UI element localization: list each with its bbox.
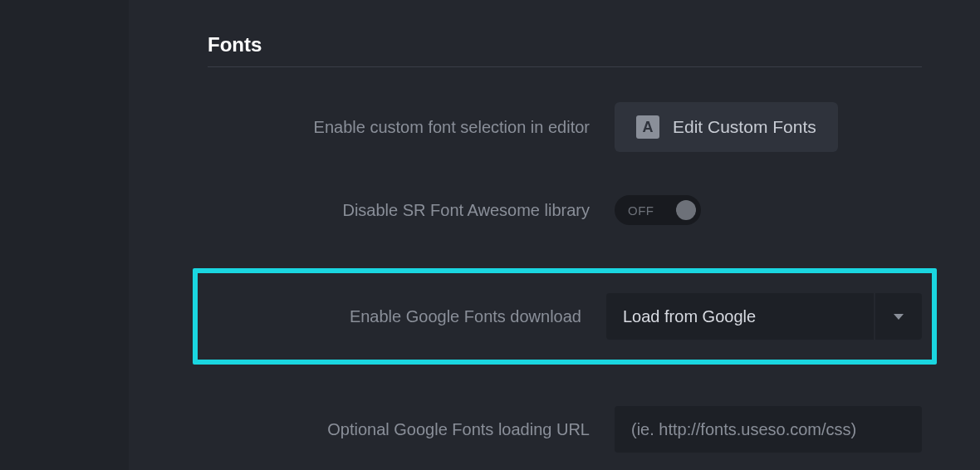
toggle-knob-icon: [676, 200, 696, 220]
custom-font-label: Enable custom font selection in editor: [208, 118, 615, 137]
google-fonts-label: Enable Google Fonts download: [198, 307, 606, 326]
disable-fa-toggle[interactable]: OFF: [615, 195, 701, 225]
edit-custom-fonts-button[interactable]: A Edit Custom Fonts: [615, 102, 838, 152]
loading-url-control: [615, 406, 922, 453]
loading-url-input[interactable]: [615, 406, 922, 453]
fonts-settings-panel: Fonts Enable custom font selection in ed…: [129, 0, 980, 470]
toggle-state-label: OFF: [620, 203, 654, 218]
row-google-fonts-highlighted: Enable Google Fonts download Load from G…: [193, 268, 937, 365]
sidebar-edge: [0, 0, 129, 470]
google-fonts-select-caret[interactable]: [875, 293, 922, 340]
chevron-down-icon: [894, 314, 904, 320]
disable-fa-label: Disable SR Font Awesome library: [208, 201, 615, 220]
section-title: Fonts: [208, 33, 922, 67]
font-letter-icon: A: [636, 115, 659, 139]
edit-custom-fonts-label: Edit Custom Fonts: [673, 117, 816, 137]
disable-fa-control: OFF: [615, 195, 922, 225]
row-disable-fa: Disable SR Font Awesome library OFF: [208, 185, 922, 235]
row-custom-font: Enable custom font selection in editor A…: [208, 102, 922, 152]
custom-font-control: A Edit Custom Fonts: [615, 102, 922, 152]
google-fonts-select-value[interactable]: Load from Google: [606, 293, 874, 340]
loading-url-label: Optional Google Fonts loading URL: [208, 420, 615, 439]
row-loading-url: Optional Google Fonts loading URL: [208, 404, 922, 454]
google-fonts-control: Load from Google: [606, 293, 922, 340]
google-fonts-select[interactable]: Load from Google: [606, 293, 922, 340]
